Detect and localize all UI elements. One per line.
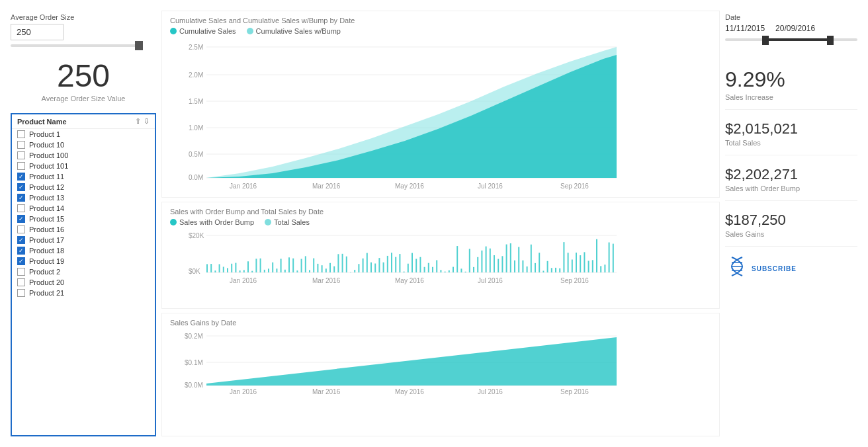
kpi-sales-bump-value: $2,202,271: [725, 166, 857, 183]
product-item[interactable]: ✓Product 13: [12, 192, 155, 203]
svg-rect-70: [399, 254, 400, 272]
product-checkbox[interactable]: ✓: [17, 247, 25, 255]
product-checkbox[interactable]: [17, 278, 25, 286]
svg-text:2.5M: 2.5M: [189, 44, 203, 51]
sales-gains-chart-area: $0.2M $0.1M $0.0M Jan 2016 Mar 2016 May …: [170, 329, 711, 395]
product-checkbox[interactable]: [17, 268, 25, 276]
svg-rect-97: [510, 243, 511, 272]
product-checkbox[interactable]: [17, 141, 25, 149]
svg-rect-83: [453, 267, 454, 272]
svg-rect-69: [395, 257, 396, 272]
svg-rect-59: [354, 270, 355, 272]
date-slider[interactable]: [725, 38, 857, 52]
product-name: Product 10: [29, 141, 64, 149]
kpi-total-sales-label: Total Sales: [725, 139, 857, 147]
product-checkbox[interactable]: ✓: [17, 194, 25, 202]
svg-rect-36: [260, 259, 261, 272]
product-checkbox[interactable]: ✓: [17, 236, 25, 244]
svg-text:Jul 2016: Jul 2016: [478, 388, 503, 395]
product-name: Product 18: [29, 247, 64, 255]
kpi-sales-increase-value: 9.29%: [725, 67, 857, 92]
svg-rect-102: [531, 245, 532, 272]
avg-order-input[interactable]: [11, 24, 64, 40]
svg-rect-71: [404, 272, 405, 272]
svg-rect-93: [494, 255, 495, 272]
product-item[interactable]: Product 1: [12, 129, 155, 140]
cumulative-chart-area: 2.5M 2.0M 1.5M 1.0M 0.5M 0.0M: [170, 38, 711, 190]
product-list-header: Product Name ⇧ ⇩: [12, 114, 155, 129]
svg-rect-35: [255, 259, 257, 272]
svg-rect-99: [518, 247, 519, 272]
product-checkbox[interactable]: [17, 289, 25, 297]
sales-bump-legend-dot-1: [170, 219, 177, 225]
svg-rect-66: [383, 263, 384, 272]
product-item[interactable]: ✓Product 17: [12, 235, 155, 245]
product-item[interactable]: ✓Product 19: [12, 256, 155, 266]
product-item[interactable]: Product 10: [12, 140, 155, 150]
svg-rect-96: [506, 244, 507, 272]
sales-bump-legend-dot-2: [265, 219, 271, 225]
svg-rect-49: [313, 258, 314, 272]
product-checkbox[interactable]: [17, 204, 25, 212]
product-checkbox[interactable]: ✓: [17, 173, 25, 181]
svg-rect-41: [281, 259, 282, 272]
product-checkbox[interactable]: [17, 130, 25, 138]
svg-rect-47: [305, 256, 306, 272]
svg-rect-58: [350, 272, 351, 272]
avg-order-slider[interactable]: [11, 44, 143, 47]
product-item[interactable]: Product 21: [12, 288, 155, 298]
product-checkbox[interactable]: ✓: [17, 183, 25, 191]
product-item[interactable]: ✓Product 11: [12, 171, 155, 182]
product-item[interactable]: Product 2: [12, 266, 155, 277]
svg-rect-82: [449, 270, 450, 272]
svg-rect-119: [600, 266, 601, 272]
subscribe-section[interactable]: SUBSCRIBE: [725, 255, 857, 283]
center-panel: Cumulative Sales and Cumulative Sales w/…: [161, 11, 720, 436]
svg-rect-100: [522, 261, 523, 272]
product-checkbox[interactable]: ✓: [17, 257, 25, 265]
subscribe-text[interactable]: SUBSCRIBE: [752, 265, 797, 272]
product-checkbox[interactable]: ✓: [17, 215, 25, 223]
product-item[interactable]: Product 101: [12, 161, 155, 171]
svg-rect-80: [440, 270, 441, 272]
svg-text:0.0M: 0.0M: [189, 174, 203, 181]
big-number-section: 250 Average Order Size Value: [11, 55, 156, 108]
kpi-sales-bump: $2,202,271 Sales with Order Bump: [725, 158, 857, 201]
date-from: 11/11/2015: [725, 24, 765, 33]
svg-rect-106: [547, 261, 548, 272]
date-thumb-right[interactable]: [827, 36, 834, 45]
product-item[interactable]: ✓Product 12: [12, 182, 155, 192]
product-checkbox[interactable]: [17, 151, 25, 159]
sort-desc-icon[interactable]: ⇩: [144, 117, 150, 126]
svg-rect-55: [337, 254, 339, 272]
sales-bump-legend-label-1: Sales with Order Bump: [179, 218, 254, 226]
svg-rect-75: [419, 257, 421, 272]
kpi-sales-gains: $187,250 Sales Gains: [725, 204, 857, 247]
svg-text:May 2016: May 2016: [395, 388, 424, 395]
cumulative-legend-dot-2: [247, 28, 253, 34]
svg-rect-24: [210, 264, 212, 272]
product-checkbox[interactable]: [17, 225, 25, 233]
date-thumb-left[interactable]: [762, 36, 769, 45]
svg-rect-60: [358, 264, 359, 272]
cumulative-chart-title: Cumulative Sales and Cumulative Sales w/…: [170, 17, 711, 24]
svg-rect-117: [592, 260, 593, 272]
svg-rect-56: [342, 254, 343, 272]
product-item[interactable]: Product 100: [12, 150, 155, 161]
product-item[interactable]: Product 16: [12, 224, 155, 235]
product-item[interactable]: Product 20: [12, 277, 155, 288]
sort-asc-icon[interactable]: ⇧: [135, 117, 141, 126]
sales-bump-chart-area: $20K $0K Jan 2016 Mar 2016 May 2016 Jul …: [170, 229, 711, 288]
svg-rect-61: [363, 259, 364, 272]
product-item[interactable]: Product 14: [12, 203, 155, 214]
svg-rect-26: [219, 264, 220, 272]
product-item[interactable]: ✓Product 15: [12, 214, 155, 224]
cumulative-legend-item-2: Cumulative Sales w/Bump: [247, 27, 341, 35]
svg-rect-63: [370, 263, 372, 272]
product-checkbox[interactable]: [17, 162, 25, 170]
svg-rect-91: [486, 246, 487, 272]
product-list-scroll[interactable]: Product 1Product 10Product 100Product 10…: [12, 129, 155, 435]
svg-rect-85: [460, 268, 462, 272]
svg-rect-116: [588, 261, 589, 272]
product-item[interactable]: ✓Product 18: [12, 245, 155, 256]
